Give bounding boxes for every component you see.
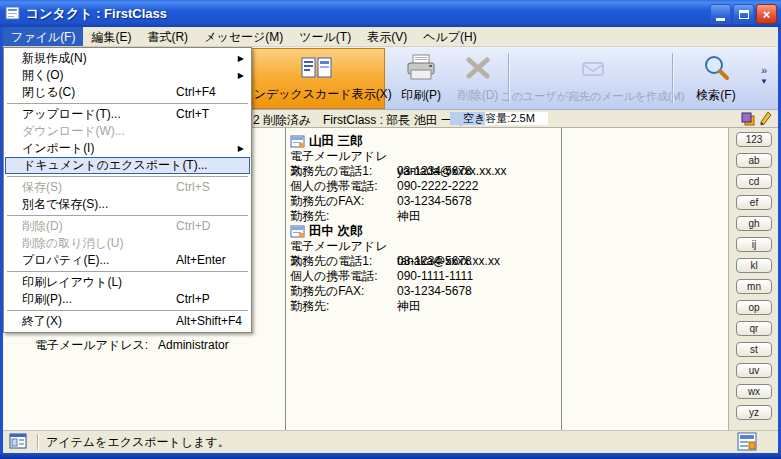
menu-item-import[interactable]: インポート(I)▶ bbox=[4, 140, 251, 157]
menu-item-delete: 削除(D)Ctrl+D bbox=[4, 218, 251, 235]
field-value: Administrator bbox=[158, 338, 229, 352]
search-button[interactable]: 検索(F) bbox=[675, 48, 757, 109]
menu-separator bbox=[7, 103, 248, 104]
print-button[interactable]: 印刷(P) bbox=[392, 48, 450, 109]
maximize-icon bbox=[739, 10, 749, 19]
deleted-count: 2 削除済み bbox=[253, 112, 311, 129]
index-tab-123[interactable]: 123 bbox=[736, 132, 772, 147]
menu-item-open[interactable]: 開く(O)▶ bbox=[4, 67, 251, 84]
menu-format[interactable]: 書式(R) bbox=[139, 27, 196, 46]
index-tab-qr[interactable]: qr bbox=[736, 321, 772, 336]
free-space-text: 空き容量:2.5M bbox=[450, 112, 548, 125]
menu-separator bbox=[7, 215, 248, 216]
index-tab-ef[interactable]: ef bbox=[736, 195, 772, 210]
index-tab-kl[interactable]: kl bbox=[736, 258, 772, 273]
close-icon: × bbox=[763, 7, 771, 22]
status-bar: アイテムをエクスポートします。 bbox=[3, 430, 778, 453]
index-card-view-button[interactable]: インデックスカード表示(X) bbox=[248, 48, 385, 109]
contact-name: 田中 次郎 bbox=[309, 223, 362, 240]
menu-item-exit[interactable]: 終了(X)Alt+Shift+F4 bbox=[4, 313, 251, 330]
menu-item-upload[interactable]: アップロード(T)...Ctrl+T bbox=[4, 106, 251, 123]
file-menu-popup: 新規作成(N)▶ 開く(O)▶ 閉じる(C)Ctrl+F4 アップロード(T).… bbox=[3, 47, 252, 333]
contact-name: 山田 三郎 bbox=[309, 133, 362, 150]
printer-icon bbox=[405, 48, 437, 87]
app-window: コンタクト : FirstClass × ファイル(F) 編集(E) 書式(R)… bbox=[0, 0, 781, 459]
menu-item-print-layout[interactable]: 印刷レイアウト(L) bbox=[4, 274, 251, 291]
menu-item-save: 保存(S)Ctrl+S bbox=[4, 179, 251, 196]
field-value: 神田 bbox=[397, 299, 421, 313]
menu-bar: ファイル(F) 編集(E) 書式(R) メッセージ(M) ツール(T) 表示(V… bbox=[3, 27, 778, 47]
window-title: コンタクト : FirstClass bbox=[26, 5, 167, 23]
menu-item-undelete: 削除の取り消し(U) bbox=[4, 235, 251, 252]
index-tab-op[interactable]: op bbox=[736, 300, 772, 315]
menu-item-properties[interactable]: プロパティ(E)...Alt+Enter bbox=[4, 252, 251, 269]
shortcut-label: Ctrl+S bbox=[176, 179, 210, 196]
index-tab-uv[interactable]: uv bbox=[736, 363, 772, 378]
title-bar[interactable]: コンタクト : FirstClass × bbox=[0, 0, 781, 27]
close-button[interactable]: × bbox=[756, 4, 777, 24]
contact-card[interactable]: 田中 次郎 電子メールアドレス:tanaka@xxxx.xx.xx 勤務先の電話… bbox=[290, 223, 562, 314]
menu-tools[interactable]: ツール(T) bbox=[291, 27, 359, 46]
index-tab-yz[interactable]: yz bbox=[736, 405, 772, 420]
create-mail-icon bbox=[580, 48, 606, 89]
edit-pencil-icon[interactable] bbox=[759, 111, 772, 129]
create-mail-button: このユーザが宛先のメールを作成(M) bbox=[511, 48, 674, 109]
delete-x-icon bbox=[465, 48, 491, 87]
status-message: アイテムをエクスポートします。 bbox=[46, 434, 230, 451]
menu-item-export-document[interactable]: ドキュメントのエクスポート(T)... bbox=[5, 157, 250, 174]
index-tab-ab[interactable]: ab bbox=[736, 153, 772, 168]
maximize-button[interactable] bbox=[733, 4, 754, 24]
field-label: 個人の携帯電話: bbox=[290, 179, 397, 194]
field-value: 090-2222-2222 bbox=[397, 179, 478, 193]
minimize-icon bbox=[716, 18, 725, 21]
card-view-statusbar-icon[interactable] bbox=[736, 431, 758, 455]
contact-card-icon bbox=[290, 225, 306, 238]
field-value: 090-1111-1111 bbox=[397, 269, 473, 283]
shortcut-label: Ctrl+P bbox=[176, 291, 210, 308]
index-card-icon bbox=[300, 49, 334, 86]
index-tab-wx[interactable]: wx bbox=[736, 384, 772, 399]
submenu-arrow-icon: ▶ bbox=[238, 140, 244, 157]
menu-separator bbox=[7, 310, 248, 311]
field-label: 個人の携帯電話: bbox=[290, 269, 397, 284]
split-pane-icon[interactable] bbox=[741, 112, 755, 129]
delete-button: 削除(D) bbox=[450, 48, 506, 109]
status-window-icon[interactable] bbox=[9, 433, 27, 452]
index-tab-gh[interactable]: gh bbox=[736, 216, 772, 231]
index-tab-st[interactable]: st bbox=[736, 342, 772, 357]
menu-edit[interactable]: 編集(E) bbox=[83, 27, 139, 46]
submenu-arrow-icon: ▶ bbox=[238, 67, 244, 84]
index-tab-mn[interactable]: mn bbox=[736, 279, 772, 294]
shortcut-label: Ctrl+D bbox=[176, 218, 210, 235]
menu-message[interactable]: メッセージ(M) bbox=[196, 27, 291, 46]
menu-item-download: ダウンロード(W)... bbox=[4, 123, 251, 140]
menu-help[interactable]: ヘルプ(H) bbox=[415, 27, 485, 46]
window-border bbox=[0, 453, 781, 459]
chevron-down-icon: ▼ bbox=[756, 76, 772, 87]
field-label: 勤務先: bbox=[290, 299, 397, 314]
field-value: 03-1234-5678 bbox=[397, 194, 472, 208]
index-tab-cd[interactable]: cd bbox=[736, 174, 772, 189]
menu-item-print[interactable]: 印刷(P)...Ctrl+P bbox=[4, 291, 251, 308]
field-label: 勤務先の電話1: bbox=[290, 254, 397, 269]
free-space-indicator: 空き容量:2.5M bbox=[450, 112, 548, 125]
menu-file[interactable]: ファイル(F) bbox=[3, 27, 83, 46]
minimize-button[interactable] bbox=[710, 4, 731, 24]
contact-card[interactable]: 山田 三郎 電子メールアドレス:yamada@xxxx.xx.xx 勤務先の電話… bbox=[290, 133, 562, 224]
shortcut-label: Ctrl+T bbox=[176, 106, 209, 123]
menu-item-close[interactable]: 閉じる(C)Ctrl+F4 bbox=[4, 84, 251, 101]
field-label: 勤務先のFAX: bbox=[290, 284, 397, 299]
menu-item-save-as[interactable]: 別名で保存(S)... bbox=[4, 196, 251, 213]
column-divider bbox=[285, 128, 286, 430]
index-tab-strip: 123 ab cd ef gh ij kl mn op qr st uv wx … bbox=[728, 128, 778, 430]
shortcut-label: Alt+Enter bbox=[176, 252, 226, 269]
shortcut-label: Ctrl+F4 bbox=[176, 84, 216, 101]
toolbar-overflow-button[interactable]: » ▼ bbox=[756, 65, 772, 87]
menu-view[interactable]: 表示(V) bbox=[359, 27, 415, 46]
connection-info: FirstClass : 部長 池田 一郎 bbox=[323, 112, 465, 129]
index-tab-ij[interactable]: ij bbox=[736, 237, 772, 252]
menu-separator bbox=[7, 176, 248, 177]
menu-item-new[interactable]: 新規作成(N)▶ bbox=[4, 50, 251, 67]
statusbar-separator bbox=[37, 434, 38, 450]
submenu-arrow-icon: ▶ bbox=[238, 50, 244, 67]
